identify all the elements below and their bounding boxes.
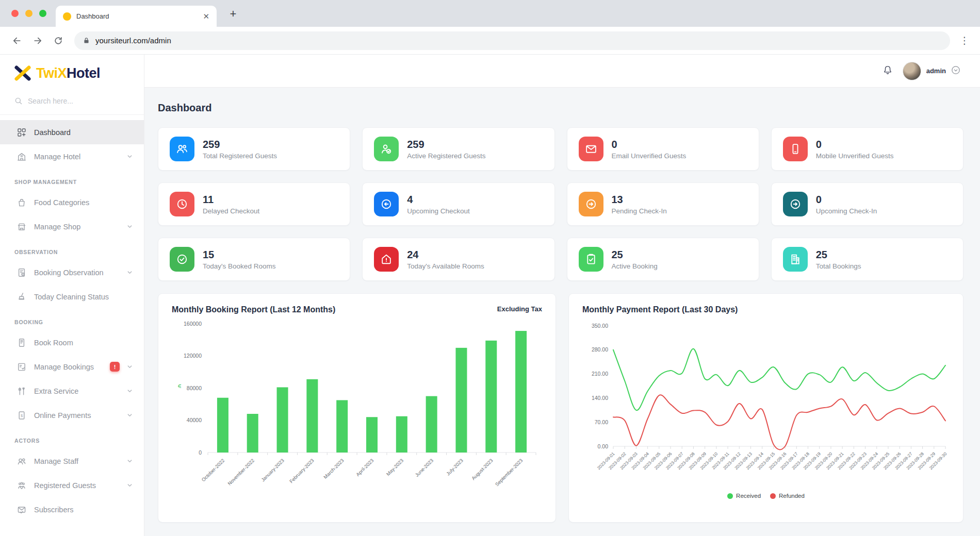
legend-label: Refunded (779, 493, 805, 499)
sidebar-item-label: Book Room (34, 339, 133, 347)
sidebar-item-label: Manage Hotel (34, 153, 120, 161)
stat-value: 0 (816, 194, 877, 205)
clock-icon (170, 192, 194, 216)
sidebar-item-label: Booking Observation (34, 269, 120, 277)
back-button[interactable] (8, 32, 26, 49)
svg-text:November-2022: November-2022 (226, 458, 255, 487)
sidebar-item-label: Manage Shop (34, 223, 120, 231)
user-menu-chevron-icon (951, 65, 960, 77)
sidebar-item-food-categories[interactable]: Food Categories (0, 190, 144, 214)
maximize-window-button[interactable] (39, 10, 46, 17)
address-bar[interactable]: yoursiteurl.com/admin (74, 31, 950, 50)
svg-text:March-2023: March-2023 (322, 458, 345, 480)
stat-card-mobile-unverified-guests: 0Mobile Unverified Guests (771, 127, 963, 171)
x-axis-labels: 2023-09-012023-09-022023-09-032023-09-04… (596, 451, 948, 471)
stat-value: 13 (612, 194, 667, 205)
url-text: yoursiteurl.com/admin (95, 36, 171, 45)
svg-text:April-2023: April-2023 (355, 458, 374, 477)
sidebar-item-label: Dashboard (34, 128, 133, 137)
stat-card-today-s-available-rooms: 24Today's Available Rooms (362, 238, 554, 281)
sidebar-item-label: Manage Staff (34, 457, 120, 465)
booking-chart-title: Monthly Booking Report (Last 12 Months) (172, 305, 335, 314)
sidebar-item-booking-observation[interactable]: Booking Observation (0, 260, 144, 284)
chart-legend: ReceivedRefunded (582, 493, 950, 499)
sidebar-item-online-payments[interactable]: $Online Payments (0, 403, 144, 427)
alert-badge: ! (110, 362, 120, 372)
stat-label: Total Bookings (816, 262, 861, 270)
browser-menu-button[interactable]: ⋮ (957, 35, 972, 46)
refresh-button[interactable] (50, 32, 67, 49)
tab-favicon (63, 12, 71, 21)
stat-label: Today's Available Rooms (407, 262, 484, 270)
svg-text:0: 0 (199, 449, 202, 456)
close-window-button[interactable] (11, 10, 19, 17)
brand-logo[interactable]: TwiXHotel (0, 55, 144, 89)
svg-text:September-2023: September-2023 (494, 458, 524, 488)
arrow-right-circle-icon (783, 192, 808, 216)
booking-bar-chart: 04000080000120000160000₼October-2022Nove… (172, 317, 541, 499)
stat-cards: 259Total Registered Guests259Active Regi… (158, 127, 963, 281)
logo-text-secondary: Hotel (67, 65, 100, 81)
user-check-icon (374, 137, 399, 161)
logo-text-primary: TwiX (36, 65, 67, 81)
sidebar-item-manage-bookings[interactable]: Manage Bookings! (0, 355, 144, 379)
building-icon (783, 247, 808, 272)
guests-icon (17, 480, 27, 491)
stat-label: Mobile Unverified Guests (816, 152, 894, 160)
svg-text:350.00: 350.00 (592, 323, 608, 329)
legend-item-received[interactable]: Received (727, 493, 761, 499)
stat-value: 25 (612, 249, 658, 260)
clipboard-check-icon (579, 247, 603, 272)
bar-May-2023 (396, 416, 407, 453)
sidebar-item-manage-hotel[interactable]: Manage Hotel (0, 144, 144, 169)
user-menu[interactable]: admin (903, 62, 960, 80)
stat-card-delayed-checkout: 11Delayed Checkout (158, 182, 350, 226)
sidebar-item-book-room[interactable]: Book Room (0, 330, 144, 355)
x-axis-ticks (613, 446, 945, 449)
sidebar-item-registered-guests[interactable]: Registered Guests (0, 473, 144, 497)
stat-value: 259 (203, 139, 277, 150)
sidebar-item-subscribers[interactable]: Subscribers (0, 497, 144, 522)
bar-August-2023 (485, 341, 497, 453)
chevron-down-icon (127, 481, 133, 490)
browser-toolbar: yoursiteurl.com/admin ⋮ (0, 27, 980, 55)
sidebar-nav: DashboardManage HotelSHOP MANAGEMENTFood… (0, 115, 144, 522)
stat-value: 0 (612, 139, 687, 150)
forward-button[interactable] (29, 32, 46, 49)
stat-label: Total Registered Guests (203, 152, 277, 160)
sidebar-section-label-booking: BOOKING (0, 309, 144, 330)
stat-card-upcoming-check-in: 0Upcoming Check-In (771, 182, 963, 226)
sidebar-item-label: Subscribers (34, 506, 133, 514)
hotel-icon (17, 152, 27, 162)
new-tab-button[interactable]: + (226, 8, 240, 20)
stat-value: 24 (407, 249, 484, 260)
search-icon (14, 97, 23, 105)
svg-text:May-2023: May-2023 (385, 458, 405, 477)
bar-September-2023 (515, 331, 527, 453)
notifications-button[interactable] (882, 64, 893, 78)
browser-tab[interactable]: Dashboard ✕ (56, 6, 217, 27)
sidebar-item-today-cleaning-status[interactable]: Today Cleaning Status (0, 284, 144, 309)
search-input[interactable] (28, 97, 116, 105)
legend-item-refunded[interactable]: Refunded (770, 493, 805, 499)
chevron-down-icon (127, 362, 133, 372)
sidebar-item-label: Online Payments (34, 411, 120, 420)
avatar (903, 62, 921, 80)
sidebar-item-manage-staff[interactable]: Manage Staff (0, 449, 144, 473)
mobile-icon (783, 137, 808, 161)
tab-close-icon[interactable]: ✕ (203, 12, 209, 20)
sidebar-item-manage-shop[interactable]: Manage Shop (0, 214, 144, 239)
sidebar-item-dashboard[interactable]: Dashboard (0, 120, 144, 144)
chevron-down-icon (127, 222, 133, 231)
bar-January-2023 (277, 387, 288, 453)
svg-text:January-2023: January-2023 (260, 458, 285, 483)
svg-text:October-2022: October-2022 (200, 458, 225, 483)
bar-June-2023 (426, 396, 437, 453)
subscribers-icon (17, 505, 27, 515)
sidebar-item-extra-service[interactable]: Extra Service (0, 379, 144, 403)
bar-February-2023 (306, 379, 318, 453)
minimize-window-button[interactable] (25, 10, 32, 17)
lock-icon (83, 37, 90, 44)
users-icon (170, 137, 194, 161)
home-alert-icon (374, 247, 399, 272)
